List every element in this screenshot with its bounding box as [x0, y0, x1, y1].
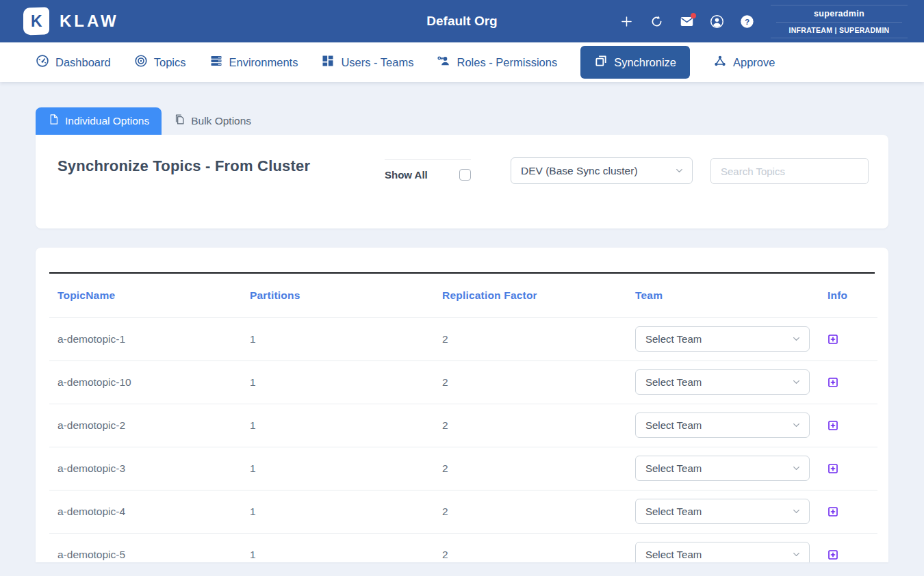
documents-copy-icon: [174, 114, 185, 128]
team-select[interactable]: Select Team: [635, 542, 810, 562]
topics-target-icon: [134, 54, 148, 70]
nav-label: Dashboard: [55, 56, 111, 69]
table-row: a-demotopic-3 1 2 Select Team: [49, 447, 877, 490]
topics-table-card: TopicName Partitions Replication Factor …: [36, 248, 888, 562]
topic-name: a-demotopic-1: [57, 333, 125, 345]
approve-hub-icon: [713, 54, 727, 70]
add-box-icon[interactable]: [827, 463, 838, 474]
page-content: Individual Options Bulk Options Synchron…: [0, 82, 924, 562]
topics-table: TopicName Partitions Replication Factor …: [49, 274, 877, 562]
nav-item-topics[interactable]: Topics: [134, 54, 186, 70]
partitions-value: 1: [250, 419, 256, 431]
partitions-value: 1: [250, 376, 256, 388]
replication-factor-value: 2: [442, 549, 448, 560]
mail-notification-badge: [691, 13, 696, 18]
tab-label: Individual Options: [65, 115, 149, 127]
table-row: a-demotopic-1 1 2 Select Team: [49, 317, 877, 361]
klaw-logo[interactable]: K KLAW: [23, 8, 119, 35]
team-select[interactable]: Select Team: [635, 456, 810, 481]
replication-factor-value: 2: [442, 506, 448, 517]
user-profile-icon[interactable]: [710, 14, 724, 29]
table-row: a-demotopic-10 1 2 Select Team: [49, 361, 877, 404]
nav-label: Users - Teams: [341, 56, 413, 69]
cluster-select[interactable]: DEV (Base Sync cluster): [511, 157, 693, 184]
team-select-input[interactable]: Select Team: [636, 413, 809, 437]
username: superadmin: [776, 9, 902, 18]
refresh-icon[interactable]: [650, 14, 664, 29]
replication-factor-value: 2: [442, 419, 448, 431]
nav-label: Roles - Permissions: [457, 56, 557, 69]
add-box-icon[interactable]: [827, 549, 838, 560]
tab-individual-options[interactable]: Individual Options: [36, 107, 162, 135]
nav-item-approve[interactable]: Approve: [713, 54, 775, 70]
show-all-label: Show All: [385, 169, 428, 181]
replication-factor-value: 2: [442, 376, 448, 388]
nav-item-dashboard[interactable]: Dashboard: [36, 54, 111, 70]
partitions-value: 1: [250, 549, 256, 560]
team-select-input[interactable]: Select Team: [636, 370, 809, 394]
team-select[interactable]: Select Team: [635, 326, 810, 352]
team-select-input[interactable]: Select Team: [636, 499, 809, 523]
add-box-icon[interactable]: [827, 377, 838, 388]
tab-label: Bulk Options: [191, 115, 251, 127]
sync-options-panel: Synchronize Topics - From Cluster Show A…: [36, 135, 888, 228]
replication-factor-value: 2: [442, 333, 448, 345]
topic-name: a-demotopic-2: [57, 419, 125, 431]
help-icon[interactable]: ?: [740, 14, 754, 29]
app-header: K KLAW Default Org ? superadmin INFRATEA…: [0, 0, 924, 42]
klaw-logo-icon: K: [23, 7, 49, 35]
column-header-team[interactable]: Team: [627, 274, 819, 317]
replication-factor-value: 2: [442, 462, 448, 474]
dashboard-gauge-icon: [36, 54, 49, 70]
document-icon: [48, 114, 60, 128]
org-title: Default Org: [426, 14, 497, 29]
add-box-icon[interactable]: [827, 334, 838, 345]
partitions-value: 1: [250, 506, 256, 517]
topics-table-body: a-demotopic-1 1 2 Select Team a-demotopi…: [49, 317, 877, 562]
partitions-value: 1: [250, 333, 256, 345]
column-header-topicname[interactable]: TopicName: [49, 274, 242, 317]
add-request-icon[interactable]: [619, 14, 634, 29]
team-select-input[interactable]: Select Team: [636, 542, 809, 562]
column-header-replication-factor[interactable]: Replication Factor: [434, 274, 627, 317]
user-team-role: INFRATEAM | SUPERADMIN: [776, 22, 902, 34]
team-select[interactable]: Select Team: [635, 413, 810, 438]
panel-title: Synchronize Topics - From Cluster: [57, 157, 310, 175]
column-header-info[interactable]: Info: [819, 274, 877, 317]
nav-label: Approve: [733, 56, 775, 69]
team-select[interactable]: Select Team: [635, 369, 810, 395]
table-row: a-demotopic-4 1 2 Select Team: [49, 490, 877, 533]
users-teams-grid-icon: [321, 54, 335, 70]
table-header-row: TopicName Partitions Replication Factor …: [49, 274, 877, 317]
team-select[interactable]: Select Team: [635, 499, 810, 524]
nav-label: Environments: [229, 56, 298, 69]
nav-item-roles-permissions[interactable]: Roles - Permissions: [437, 54, 557, 70]
show-all-group: Show All: [385, 159, 471, 181]
user-chip[interactable]: superadmin INFRATEAM | SUPERADMIN: [771, 5, 908, 38]
add-box-icon[interactable]: [827, 506, 838, 517]
klaw-logo-text: KLAW: [60, 12, 119, 31]
show-all-checkbox[interactable]: [459, 169, 471, 181]
environments-server-icon: [209, 54, 223, 70]
partitions-value: 1: [250, 462, 256, 474]
column-header-partitions[interactable]: Partitions: [242, 274, 434, 317]
svg-text:?: ?: [745, 16, 749, 26]
table-row: a-demotopic-5 1 2 Select Team: [49, 533, 877, 562]
nav-label: Topics: [154, 56, 186, 69]
team-select-input[interactable]: Select Team: [636, 456, 809, 480]
tab-bulk-options[interactable]: Bulk Options: [162, 107, 264, 135]
synchronize-layers-icon: [594, 54, 608, 70]
nav-item-synchronize[interactable]: Synchronize: [580, 46, 690, 79]
cluster-select-input[interactable]: DEV (Base Sync cluster): [511, 158, 692, 183]
nav-item-users-teams[interactable]: Users - Teams: [321, 54, 413, 70]
nav-item-environments[interactable]: Environments: [209, 54, 298, 70]
search-topics-input[interactable]: [710, 158, 869, 184]
add-box-icon[interactable]: [827, 420, 838, 431]
header-actions: ?: [619, 14, 754, 29]
mail-icon[interactable]: [680, 14, 694, 29]
roles-key-person-icon: [437, 54, 450, 70]
sync-tabs: Individual Options Bulk Options: [36, 107, 888, 135]
team-select-input[interactable]: Select Team: [636, 327, 809, 351]
topic-name: a-demotopic-4: [57, 506, 125, 517]
topic-name: a-demotopic-3: [57, 462, 125, 474]
